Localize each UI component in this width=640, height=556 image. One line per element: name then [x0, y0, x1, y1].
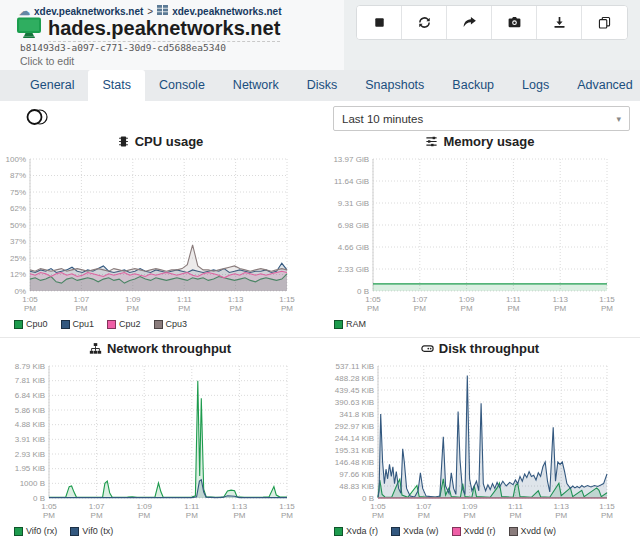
svg-text:5.86 KiB: 5.86 KiB — [15, 406, 45, 415]
chart-title: Network throughput — [0, 341, 320, 360]
legend-swatch — [14, 527, 23, 536]
svg-text:12%: 12% — [10, 270, 26, 279]
svg-text:1:07: 1:07 — [416, 502, 432, 511]
svg-text:PM: PM — [418, 511, 430, 520]
chevron-down-icon: ▾ — [616, 114, 621, 124]
svg-text:7.81 KiB: 7.81 KiB — [15, 376, 45, 385]
time-range-select[interactable]: Last 10 minutes ▾ — [333, 106, 630, 131]
tab-logs[interactable]: Logs — [508, 70, 563, 101]
legend-item: Xvdd (r) — [452, 526, 496, 536]
memory-usage-chart: Memory usage 13.97 GiB11.64 GiB9.31 GiB6… — [320, 134, 640, 331]
legend-label: Vif0 (tx) — [82, 526, 113, 536]
chart-title: Disk throughput — [320, 341, 640, 360]
svg-text:PM: PM — [509, 511, 521, 520]
legend-swatch — [334, 320, 343, 329]
svg-text:1:09: 1:09 — [459, 295, 475, 304]
svg-text:1.95 KiB: 1.95 KiB — [15, 464, 45, 473]
legend-item: Cpu0 — [14, 319, 48, 329]
legend-swatch — [70, 527, 79, 536]
tab-backup[interactable]: Backup — [438, 70, 508, 101]
svg-text:1:05: 1:05 — [370, 502, 386, 511]
svg-text:3.91 KiB: 3.91 KiB — [15, 435, 45, 444]
svg-text:2.33 GiB: 2.33 GiB — [338, 265, 369, 274]
chart-plot: 8.79 KiB7.81 KiB6.84 KiB5.86 KiB4.88 KiB… — [0, 360, 320, 524]
tab-snapshots[interactable]: Snapshots — [351, 70, 438, 101]
svg-text:1:15: 1:15 — [599, 502, 615, 511]
legend-item: Xvda (r) — [334, 526, 378, 536]
tab-advanced[interactable]: Advanced — [563, 70, 640, 101]
tab-console[interactable]: Console — [145, 70, 219, 101]
svg-text:146.48 KiB: 146.48 KiB — [335, 458, 374, 467]
svg-text:PM: PM — [138, 511, 150, 520]
snapshot-button[interactable] — [492, 6, 537, 39]
svg-text:1:11: 1:11 — [184, 502, 200, 511]
svg-text:1:15: 1:15 — [279, 502, 295, 511]
svg-text:537.11 KiB: 537.11 KiB — [335, 362, 374, 371]
export-button[interactable] — [537, 6, 582, 39]
svg-text:1:09: 1:09 — [462, 502, 478, 511]
legend-item: Cpu2 — [107, 319, 141, 329]
stats-toggle-icon[interactable] — [26, 108, 52, 128]
cpu-usage-chart: CPU usage 100%87%75%62%50%37%25%12%0%1:0… — [0, 134, 320, 331]
legend-item: Cpu1 — [61, 319, 95, 329]
stop-button[interactable] — [357, 6, 402, 39]
svg-text:25%: 25% — [10, 254, 26, 263]
network-throughput-chart: Network throughput 8.79 KiB7.81 KiB6.84 … — [0, 341, 320, 538]
breadcrumb-host-link[interactable]: xdev.peaknetworks.net — [172, 6, 281, 17]
svg-text:1:05: 1:05 — [22, 295, 38, 304]
svg-text:1:11: 1:11 — [177, 295, 193, 304]
legend-item: RAM — [334, 319, 366, 329]
copy-button[interactable] — [582, 6, 627, 39]
vm-monitor-icon — [16, 16, 42, 43]
svg-text:1:05: 1:05 — [41, 502, 57, 511]
svg-text:292.97 KiB: 292.97 KiB — [335, 422, 374, 431]
click-to-edit-hint[interactable]: Click to edit — [20, 55, 74, 67]
tab-network[interactable]: Network — [219, 70, 293, 101]
chart-legend: RAM — [320, 317, 640, 331]
reboot-button[interactable] — [402, 6, 447, 39]
svg-text:1:09: 1:09 — [125, 295, 141, 304]
svg-text:4.88 KiB: 4.88 KiB — [15, 420, 45, 429]
svg-text:62%: 62% — [10, 204, 26, 213]
migrate-button[interactable] — [447, 6, 492, 39]
svg-text:PM: PM — [43, 511, 55, 520]
legend-swatch — [509, 527, 518, 536]
legend-item: Xvda (w) — [391, 526, 439, 536]
svg-text:PM: PM — [186, 511, 198, 520]
svg-text:1:07: 1:07 — [412, 295, 428, 304]
tab-general[interactable]: General — [16, 70, 88, 101]
svg-text:PM: PM — [24, 304, 36, 313]
svg-text:1:07: 1:07 — [89, 502, 105, 511]
time-range-value: Last 10 minutes — [342, 113, 423, 125]
svg-text:1:15: 1:15 — [599, 295, 615, 304]
legend-label: RAM — [346, 319, 366, 329]
svg-text:1:07: 1:07 — [74, 295, 90, 304]
svg-text:1:13: 1:13 — [232, 502, 248, 511]
svg-text:9.31 GiB: 9.31 GiB — [338, 199, 369, 208]
legend-item: Vif0 (rx) — [14, 526, 57, 536]
svg-text:PM: PM — [414, 304, 426, 313]
svg-text:PM: PM — [601, 511, 613, 520]
chart-plot: 537.11 KiB488.28 KiB439.45 KiB390.63 KiB… — [320, 360, 640, 524]
chart-title: Memory usage — [320, 134, 640, 153]
svg-text:PM: PM — [178, 304, 190, 313]
charts-area: CPU usage 100%87%75%62%50%37%25%12%0%1:0… — [0, 134, 640, 538]
svg-text:PM: PM — [281, 511, 293, 520]
cloud-icon: ☁ — [19, 6, 30, 17]
vm-uuid: b81493d3-a097-c771-30d9-cd5688ea5340 — [20, 42, 226, 53]
breadcrumb-pool-link[interactable]: xdev.peaknetworks.net — [34, 6, 143, 17]
svg-text:PM: PM — [464, 511, 476, 520]
tab-bar: GeneralStatsConsoleNetworkDisksSnapshots… — [0, 70, 640, 101]
toolbar-panel — [344, 0, 640, 70]
svg-text:1:09: 1:09 — [136, 502, 152, 511]
svg-text:195.31 KiB: 195.31 KiB — [335, 446, 374, 455]
vm-title[interactable]: hades.peaknetworks.net — [48, 17, 280, 42]
legend-label: Cpu0 — [26, 319, 48, 329]
tab-stats[interactable]: Stats — [88, 70, 145, 101]
svg-text:439.45 KiB: 439.45 KiB — [335, 386, 374, 395]
legend-swatch — [334, 527, 343, 536]
stats-controls: Last 10 minutes ▾ — [0, 101, 640, 134]
legend-swatch — [107, 320, 116, 329]
legend-label: Vif0 (rx) — [26, 526, 57, 536]
tab-disks[interactable]: Disks — [293, 70, 352, 101]
